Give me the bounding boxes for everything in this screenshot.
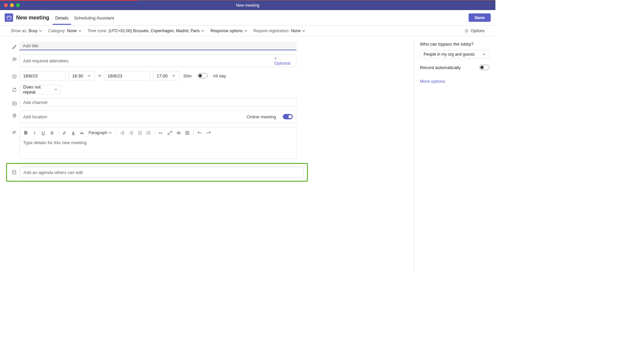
end-time-dropdown[interactable]: 17:00 bbox=[153, 71, 179, 80]
chevron-down-icon bbox=[88, 74, 91, 77]
channel-input[interactable] bbox=[23, 100, 293, 105]
bold-button[interactable]: B bbox=[22, 129, 30, 137]
title-input[interactable] bbox=[23, 43, 293, 48]
recurrence-dropdown[interactable]: Does not repeat bbox=[19, 85, 61, 94]
svg-rect-18 bbox=[72, 134, 74, 135]
repeat-icon bbox=[9, 84, 19, 93]
clock-icon bbox=[9, 71, 19, 79]
svg-point-11 bbox=[14, 115, 15, 116]
window-title-bar: New meeting bbox=[0, 0, 495, 10]
online-meeting-label: Online meeting bbox=[247, 114, 276, 119]
add-optional-attendees-link[interactable]: + Optional bbox=[274, 56, 293, 66]
attendees-input-container: + Optional bbox=[19, 54, 297, 67]
font-size-button[interactable] bbox=[78, 129, 86, 137]
link-button[interactable] bbox=[166, 129, 174, 137]
require-registration-dropdown[interactable]: Require registration: None bbox=[254, 28, 306, 33]
svg-text:3: 3 bbox=[146, 133, 147, 135]
location-input[interactable] bbox=[23, 114, 247, 119]
description-editor: B I U S Paragraph bbox=[19, 127, 297, 159]
highlight-button[interactable] bbox=[60, 129, 68, 137]
lobby-bypass-dropdown[interactable]: People in my org and guests bbox=[420, 50, 489, 59]
more-options-link[interactable]: More options bbox=[420, 79, 445, 84]
chevron-down-icon bbox=[39, 29, 42, 33]
people-icon bbox=[9, 54, 19, 62]
font-color-button[interactable] bbox=[69, 129, 77, 137]
editor-toolbar: B I U S Paragraph bbox=[20, 127, 296, 138]
save-button[interactable]: Save bbox=[469, 13, 491, 22]
lobby-question-label: Who can bypass the lobby? bbox=[420, 42, 489, 47]
svg-rect-8 bbox=[13, 102, 16, 105]
description-textarea[interactable]: Type details for this new meeting bbox=[20, 138, 296, 155]
timezone-dropdown[interactable]: Time zone: (UTC+01:00) Brussels, Copenha… bbox=[88, 28, 205, 33]
end-date-input[interactable]: 18/8/23 bbox=[104, 71, 150, 80]
minimize-window-icon[interactable] bbox=[10, 3, 14, 7]
svg-point-16 bbox=[12, 132, 12, 132]
title-input-container bbox=[19, 42, 297, 50]
undo-button[interactable] bbox=[196, 129, 204, 137]
table-button[interactable] bbox=[183, 129, 191, 137]
category-label: Category: bbox=[48, 28, 66, 33]
svg-point-27 bbox=[138, 134, 139, 134]
options-button[interactable]: Options bbox=[464, 28, 485, 33]
svg-point-5 bbox=[13, 58, 14, 59]
chevron-down-icon bbox=[54, 88, 57, 91]
numbered-list-button[interactable]: 123 bbox=[145, 129, 153, 137]
chevron-down-icon bbox=[109, 131, 112, 134]
horizontal-rule-button[interactable] bbox=[174, 129, 182, 137]
arrow-right-icon bbox=[97, 73, 101, 78]
location-input-container: Online meeting bbox=[19, 110, 297, 123]
tab-details[interactable]: Details bbox=[53, 11, 71, 25]
italic-button[interactable]: I bbox=[31, 129, 39, 137]
chevron-down-icon bbox=[482, 53, 486, 56]
fullscreen-window-icon[interactable] bbox=[16, 3, 20, 7]
all-day-toggle[interactable] bbox=[198, 73, 208, 78]
bullet-list-button[interactable] bbox=[136, 129, 144, 137]
svg-point-4 bbox=[466, 30, 467, 32]
svg-point-15 bbox=[12, 131, 12, 131]
format-icon bbox=[9, 127, 19, 135]
agenda-row-highlight bbox=[6, 163, 308, 182]
underline-button[interactable]: U bbox=[39, 129, 47, 137]
timezone-label: Time zone: bbox=[88, 28, 107, 33]
chevron-down-icon bbox=[172, 74, 175, 77]
registration-label: Require registration: bbox=[254, 28, 290, 33]
options-label: Options bbox=[471, 28, 485, 33]
strikethrough-button[interactable]: S bbox=[48, 129, 56, 137]
paragraph-style-dropdown[interactable]: Paragraph bbox=[87, 130, 114, 136]
decrease-indent-button[interactable] bbox=[118, 129, 126, 137]
mac-traffic-lights bbox=[4, 3, 20, 7]
redo-button[interactable] bbox=[204, 129, 212, 137]
online-meeting-toggle[interactable] bbox=[283, 114, 293, 119]
chevron-down-icon bbox=[201, 29, 204, 33]
agenda-input-container bbox=[20, 167, 304, 178]
location-icon bbox=[9, 110, 19, 118]
pencil-icon bbox=[9, 42, 19, 50]
all-day-label: All day bbox=[213, 73, 226, 78]
duration-label: 30m bbox=[183, 73, 192, 78]
calendar-icon[interactable] bbox=[5, 13, 13, 22]
start-date-input[interactable]: 18/8/23 bbox=[19, 71, 66, 80]
svg-point-17 bbox=[12, 133, 12, 133]
close-window-icon[interactable] bbox=[4, 3, 8, 7]
show-as-dropdown[interactable]: Show as: Busy bbox=[11, 28, 42, 33]
category-dropdown[interactable]: Category: None bbox=[48, 28, 82, 33]
meeting-options-panel: Who can bypass the lobby? People in my o… bbox=[414, 36, 495, 272]
quote-button[interactable] bbox=[157, 129, 165, 137]
response-options-dropdown[interactable]: Response options bbox=[210, 28, 247, 33]
start-time-dropdown[interactable]: 16:30 bbox=[68, 71, 95, 80]
chevron-down-icon bbox=[78, 29, 82, 33]
agenda-input[interactable] bbox=[23, 170, 300, 175]
channel-input-container bbox=[19, 98, 297, 106]
increase-indent-button[interactable] bbox=[127, 129, 135, 137]
svg-point-26 bbox=[138, 132, 139, 133]
window-title: New meeting bbox=[236, 3, 259, 8]
page-title: New meeting bbox=[16, 15, 49, 21]
required-attendees-input[interactable] bbox=[23, 58, 274, 63]
page-header: New meeting Details Scheduling Assistant… bbox=[0, 10, 495, 25]
show-as-value: Busy bbox=[29, 28, 38, 33]
tab-scheduling-assistant[interactable]: Scheduling Assistant bbox=[71, 11, 117, 25]
record-automatically-toggle[interactable] bbox=[479, 65, 489, 70]
record-automatically-label: Record automatically bbox=[420, 65, 461, 70]
main-content: + Optional 18/8/23 16:30 18 bbox=[0, 36, 495, 272]
response-options-label: Response options bbox=[210, 28, 243, 33]
